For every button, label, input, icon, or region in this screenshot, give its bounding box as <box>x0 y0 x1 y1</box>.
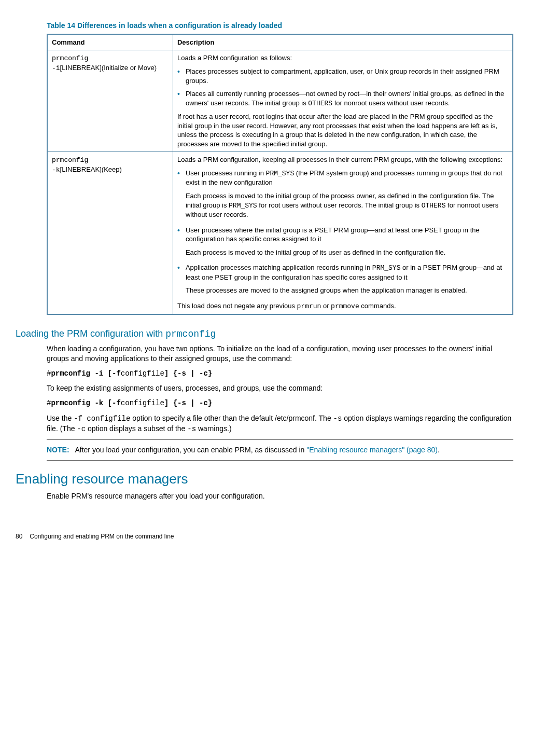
inline-code: OTHERS <box>422 202 446 210</box>
inline-code: PRM_SYS <box>372 264 401 272</box>
sub-para: These processes are moved to the assigne… <box>186 286 508 295</box>
table-caption: Table 14 Differences in loads when a con… <box>47 21 513 31</box>
inline-code: PRM_SYS <box>229 202 257 210</box>
tail-text: commands. <box>359 302 396 310</box>
col-command: Command <box>47 34 173 50</box>
bullet-text: User processes running in <box>186 169 266 177</box>
cell-description: Loads a PRM configuration, keeping all p… <box>173 152 513 315</box>
body-text: option to specify a file other than the … <box>130 414 333 422</box>
cell-command: prmconfig -i[LINEBREAK](Initialize or Mo… <box>47 50 173 152</box>
sub-para: Each process is moved to the initial gro… <box>186 191 508 219</box>
page-footer: 80Configuring and enabling PRM on the co… <box>16 532 513 541</box>
cmd-text: -i <box>52 64 60 72</box>
sub-text: for root users without user records. The… <box>257 201 422 209</box>
cmd-text: prmconfig <box>52 54 88 62</box>
command-line: #prmconfig -k [-fconfigfile] {-s | -c} <box>47 398 513 408</box>
section-enabling-heading: Enabling resource managers <box>16 470 513 488</box>
cmd-arg: configfile <box>121 399 164 407</box>
table-header-row: Command Description <box>47 34 513 50</box>
footer-text: Configuring and enabling PRM on the comm… <box>30 533 174 540</box>
note-paragraph: NOTE: After you load your configuration,… <box>47 445 513 455</box>
body-text: warnings.) <box>196 424 231 433</box>
bullet-item: Application processes matching applicati… <box>177 263 508 282</box>
body-text: option displays a subset of the <box>86 424 187 433</box>
cell-command: prmconfig -k[LINEBREAK](Keep) <box>47 152 173 315</box>
desc-tail: This load does not negate any previous p… <box>177 301 508 311</box>
section-loading-heading: Loading the PRM configuration with prmco… <box>16 327 513 340</box>
desc-para: If root has a user record, root logins t… <box>177 112 508 148</box>
note-label: NOTE: <box>47 446 69 454</box>
note-link[interactable]: "Enabling resource managers" (page 80) <box>306 446 438 454</box>
command-line: #prmconfig -i [-fconfigfile] {-s | -c} <box>47 369 513 379</box>
page-number: 80 <box>16 533 22 540</box>
heading-code: prmconfig <box>165 329 216 339</box>
separator <box>47 439 513 440</box>
cmd-bold: ] {-s | -c} <box>164 399 212 407</box>
bullet-item: User processes running in PRM_SYS (the P… <box>177 169 508 187</box>
cmd-text: prmconfig <box>52 156 88 164</box>
note-text: . <box>438 446 440 454</box>
bullet-item: Places all currently running processes—n… <box>177 89 508 108</box>
inline-code: prmmove <box>331 302 359 310</box>
separator <box>47 460 513 461</box>
cmd-suffix: [LINEBREAK](Keep) <box>60 165 122 173</box>
inline-code: -f configfile <box>74 415 130 423</box>
inline-code: PRM_SYS <box>266 170 295 177</box>
table-row: prmconfig -i[LINEBREAK](Initialize or Mo… <box>47 50 513 152</box>
cmd-bold: prmconfig -k [-f <box>51 399 120 407</box>
tail-text: This load does not negate any previous <box>177 302 297 310</box>
body-paragraph: Enable PRM's resource managers after you… <box>47 491 513 501</box>
cmd-text: -k <box>52 166 60 174</box>
body-text: Use the <box>47 414 74 422</box>
cmd-bold: prmconfig -i [-f <box>51 369 120 378</box>
body-paragraph: To keep the existing assignments of user… <box>47 383 513 393</box>
desc-lead: Loads a PRM configuration, keeping all p… <box>177 155 508 164</box>
heading-text: Loading the PRM configuration with <box>16 328 165 339</box>
bullet-text: Application processes matching applicati… <box>186 264 372 271</box>
col-description: Description <box>173 34 513 50</box>
inline-code: prmrun <box>297 302 321 310</box>
sub-para: Each process is moved to the initial gro… <box>186 248 508 257</box>
bullet-item: Places processes subject to compartment,… <box>177 67 508 85</box>
table-row: prmconfig -k[LINEBREAK](Keep) Loads a PR… <box>47 152 513 315</box>
inline-code: -s <box>187 425 196 433</box>
desc-lead: Loads a PRM configuration as follows: <box>177 53 508 63</box>
inline-code: -s <box>333 415 342 423</box>
cmd-suffix: [LINEBREAK](Initialize or Move) <box>60 64 157 72</box>
body-paragraph: Use the -f configfile option to specify … <box>47 413 513 434</box>
inline-code: OTHERS <box>308 100 332 107</box>
differences-table: Command Description prmconfig -i[LINEBRE… <box>47 34 513 315</box>
bullet-text: for nonroot users without user records. <box>332 99 450 107</box>
cmd-bold: ] {-s | -c} <box>164 369 212 378</box>
inline-code: -c <box>77 425 86 433</box>
cell-description: Loads a PRM configuration as follows: Pl… <box>173 50 513 152</box>
body-paragraph: When loading a configuration, you have t… <box>47 344 513 364</box>
note-text: After you load your configuration, you c… <box>75 446 306 454</box>
bullet-item: User processes where the initial group i… <box>177 226 508 244</box>
cmd-arg: configfile <box>121 369 164 378</box>
tail-text: or <box>321 302 331 310</box>
